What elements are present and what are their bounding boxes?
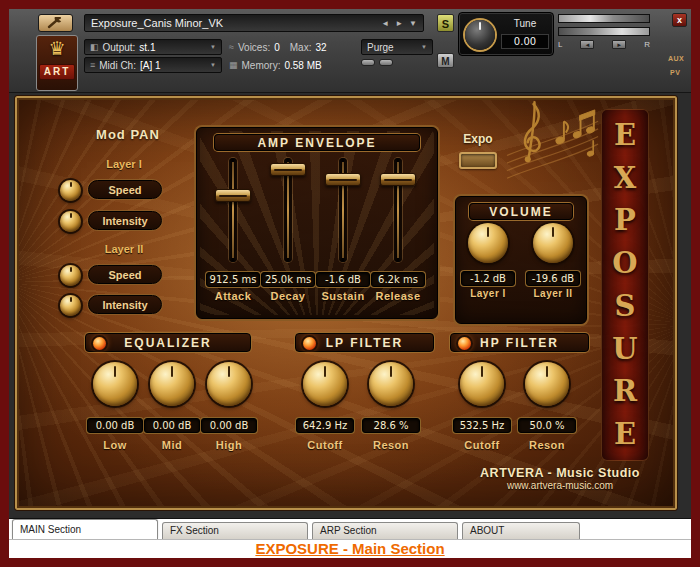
eq-mid-knob[interactable] bbox=[150, 362, 194, 406]
voices-value: 0 bbox=[274, 42, 280, 53]
modpan-layer2-intensity-label: Intensity bbox=[88, 295, 162, 314]
art-logo: ♛ ART bbox=[36, 35, 78, 91]
tab-arp-section[interactable]: ARP Section bbox=[312, 522, 458, 539]
expo-button[interactable] bbox=[459, 152, 497, 169]
modpan-layer2-speed-knob[interactable] bbox=[60, 265, 81, 286]
volume-layer1-value[interactable]: -1.2 dB bbox=[461, 271, 515, 286]
volume-title: VOLUME bbox=[469, 203, 573, 220]
preset-selector[interactable]: Exposure_Canis Minor_VK ◄ ► ▼ bbox=[84, 14, 424, 32]
solo-button[interactable]: S bbox=[437, 14, 454, 32]
memory-value: 0.58 MB bbox=[284, 60, 321, 71]
modpan-layer1-intensity-knob[interactable] bbox=[60, 211, 81, 232]
tab-about[interactable]: ABOUT bbox=[462, 522, 580, 539]
hp-reson-value[interactable]: 50.0 % bbox=[518, 418, 576, 433]
meter-controls: L ◄ ► R bbox=[558, 40, 650, 49]
release-value[interactable]: 6.2k ms bbox=[371, 272, 425, 287]
eq-low-value[interactable]: 0.00 dB bbox=[87, 418, 143, 433]
music-notes-decoration bbox=[505, 96, 600, 196]
wrench-button[interactable] bbox=[38, 14, 73, 32]
eq-mid-value[interactable]: 0.00 dB bbox=[144, 418, 200, 433]
meter-right-button[interactable]: ► bbox=[612, 40, 626, 49]
lp-filter-led[interactable] bbox=[303, 337, 316, 350]
lp-reson-value[interactable]: 28.6 % bbox=[362, 418, 420, 433]
release-slider-handle[interactable] bbox=[380, 173, 416, 186]
modpan-layer1-intensity-label: Intensity bbox=[88, 211, 162, 230]
modpan-layer1-speed-knob[interactable] bbox=[60, 180, 81, 201]
hp-filter-led[interactable] bbox=[458, 337, 471, 350]
modpan-row: Intensity bbox=[15, 295, 195, 317]
voices-info: ≈ Voices: 0 Max: 32 bbox=[229, 39, 357, 55]
volume-layer2-column: -19.6 dB Layer II bbox=[525, 223, 581, 299]
tune-label: Tune bbox=[499, 18, 551, 29]
hp-reson-knob[interactable] bbox=[525, 362, 569, 406]
indicator-pill-1[interactable] bbox=[361, 59, 375, 66]
lp-reson-knob[interactable] bbox=[369, 362, 413, 406]
amp-envelope-title: AMP ENVELOPE bbox=[214, 134, 420, 151]
hp-cutoff-knob[interactable] bbox=[460, 362, 504, 406]
close-button[interactable]: x bbox=[672, 13, 687, 27]
eq-low-label: Low bbox=[103, 439, 127, 451]
lp-cutoff-value[interactable]: 642.9 Hz bbox=[296, 418, 354, 433]
eq-low-knob[interactable] bbox=[93, 362, 137, 406]
vertical-title-letter: U bbox=[612, 335, 637, 364]
section-tabs: MAIN Section FX Section ARP Section ABOU… bbox=[9, 519, 691, 540]
eq-low-column: 0.00 dB Low bbox=[86, 362, 144, 451]
lp-cutoff-column: 642.9 Hz Cutoff bbox=[296, 362, 354, 451]
decay-slider[interactable] bbox=[284, 158, 292, 262]
purge-dropdown[interactable]: Purge ▼ bbox=[361, 39, 433, 55]
tab-main-section[interactable]: MAIN Section bbox=[12, 519, 158, 539]
mute-button[interactable]: M bbox=[437, 53, 454, 68]
vertical-title-letter: P bbox=[614, 206, 636, 235]
voices-label: Voices: bbox=[238, 42, 270, 53]
volume-layer2-label: Layer II bbox=[533, 288, 572, 299]
volume-layer1-label: Layer I bbox=[470, 288, 506, 299]
chevron-down-icon: ▼ bbox=[210, 62, 216, 68]
midi-channel-dropdown[interactable]: ≡ Midi Ch: [A] 1 ▼ bbox=[84, 57, 222, 73]
layer2-heading: Layer II bbox=[88, 243, 160, 255]
pv-button[interactable]: PV bbox=[670, 69, 680, 76]
attack-slider[interactable] bbox=[229, 158, 237, 262]
decay-slider-handle[interactable] bbox=[270, 163, 306, 176]
studio-url: www.artvera-music.com bbox=[445, 480, 675, 491]
preset-name: Exposure_Canis Minor_VK bbox=[91, 17, 375, 29]
lp-cutoff-knob[interactable] bbox=[303, 362, 347, 406]
sustain-slider[interactable] bbox=[339, 158, 347, 262]
midi-label: Midi Ch: bbox=[99, 60, 136, 71]
tune-value[interactable]: 0.00 bbox=[501, 34, 549, 49]
vertical-title-letter: S bbox=[615, 292, 636, 321]
vertical-title-letter: X bbox=[614, 164, 637, 193]
tune-knob[interactable] bbox=[465, 20, 495, 50]
tab-fx-section[interactable]: FX Section bbox=[162, 522, 308, 539]
volume-layer1-knob[interactable] bbox=[468, 223, 508, 263]
modpan-layer2-speed-label: Speed bbox=[88, 265, 162, 284]
sustain-value[interactable]: -1.6 dB bbox=[316, 272, 370, 287]
eq-mid-column: 0.00 dB Mid bbox=[143, 362, 201, 451]
volume-layer2-value[interactable]: -19.6 dB bbox=[526, 271, 580, 286]
eq-high-knob[interactable] bbox=[207, 362, 251, 406]
modpan-row: Speed bbox=[15, 180, 195, 202]
equalizer-led[interactable] bbox=[93, 337, 106, 350]
hp-cutoff-value[interactable]: 532.5 Hz bbox=[453, 418, 511, 433]
modpan-row: Speed bbox=[15, 265, 195, 287]
indicator-pill-2[interactable] bbox=[379, 59, 393, 66]
attack-slider-handle[interactable] bbox=[215, 189, 251, 202]
prev-preset-button[interactable]: ◄ bbox=[381, 19, 389, 28]
aux-button[interactable]: AUX bbox=[668, 55, 684, 62]
screenshot-frame: Exposure_Canis Minor_VK ◄ ► ▼ S M Tune 0… bbox=[0, 0, 700, 567]
hp-filter-header: HP FILTER bbox=[450, 333, 589, 352]
decay-value[interactable]: 25.0k ms bbox=[261, 272, 315, 287]
sustain-slider-handle[interactable] bbox=[325, 173, 361, 186]
memory-icon: ▦ bbox=[229, 60, 238, 70]
volume-layer2-knob[interactable] bbox=[533, 223, 573, 263]
modpan-row: Intensity bbox=[15, 211, 195, 233]
attack-value[interactable]: 912.5 ms bbox=[206, 272, 260, 287]
next-preset-button[interactable]: ► bbox=[395, 19, 403, 28]
release-slider[interactable] bbox=[394, 158, 402, 262]
vertical-title-letter: E bbox=[614, 420, 636, 449]
meter-left-button[interactable]: ◄ bbox=[580, 40, 594, 49]
preset-menu-button[interactable]: ▼ bbox=[409, 19, 417, 28]
output-dropdown[interactable]: ◧ Output: st.1 ▼ bbox=[84, 39, 222, 55]
eq-high-value[interactable]: 0.00 dB bbox=[201, 418, 257, 433]
modpan-layer2-intensity-knob[interactable] bbox=[60, 295, 81, 316]
vertical-title-letter: R bbox=[613, 377, 637, 406]
